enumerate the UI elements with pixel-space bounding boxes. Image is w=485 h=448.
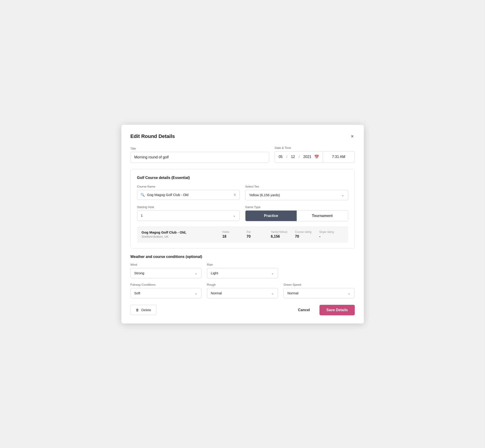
rain-value: Light — [211, 271, 218, 275]
time-input[interactable]: 7:31 AM — [323, 151, 355, 163]
course-info-row: Gog Magog Golf Club - Old, Shelford Bott… — [137, 226, 348, 243]
rain-chevron-icon: ⌄ — [271, 271, 274, 275]
course-rating-label: Course rating — [295, 230, 319, 233]
stat-slope-rating: Slope rating - — [319, 230, 343, 239]
modal-title: Edit Round Details — [130, 133, 175, 139]
stat-holes: Holes 18 — [222, 230, 246, 239]
starting-hole-dropdown[interactable]: 1 ⌄ — [137, 210, 240, 221]
hole-gametype-row: Starting Hole 1 ⌄ Game Type Practice Tou… — [137, 205, 348, 221]
rough-value: Normal — [211, 291, 222, 295]
par-value: 70 — [247, 234, 271, 239]
footer-row: 🗑 Delete Cancel Save Details — [130, 305, 355, 315]
course-bold-name: Gog Magog Golf Club - Old, — [142, 230, 222, 234]
game-type-group: Game Type Practice Tournament — [245, 205, 348, 221]
par-label: Par — [247, 230, 271, 233]
course-name-value: Gog Magog Golf Club - Old — [147, 193, 231, 197]
green-speed-group: Green Speed Normal ⌄ — [283, 283, 355, 298]
datetime-inputs: 05 / 12 / 2021 📅 7:31 AM — [275, 151, 355, 163]
select-tee-label: Select Tee — [245, 185, 348, 188]
course-name-input[interactable]: 🔍 Gog Magog Golf Club - Old ✕ — [137, 190, 240, 200]
stat-par: Par 70 — [247, 230, 271, 239]
date-sep2: / — [299, 155, 299, 159]
delete-label: Delete — [141, 308, 151, 312]
course-rating-value: 70 — [295, 234, 319, 239]
game-type-label: Game Type — [245, 205, 348, 209]
wind-label: Wind — [130, 263, 202, 266]
spacer — [283, 263, 355, 278]
course-name-label: Course Name — [137, 185, 240, 188]
course-name-group: Course Name 🔍 Gog Magog Golf Club - Old … — [137, 185, 240, 200]
fairway-label: Fairway Conditions — [130, 283, 202, 286]
golf-course-section: Golf Course details (Essential) Course N… — [130, 169, 355, 248]
title-group: Title — [130, 147, 269, 163]
course-info-name: Gog Magog Golf Club - Old, Shelford Bott… — [142, 230, 222, 238]
wind-group: Wind Strong ⌄ — [130, 263, 202, 278]
rough-group: Rough Normal ⌄ — [207, 283, 278, 298]
fairway-dropdown[interactable]: Soft ⌄ — [130, 288, 202, 298]
hole-chevron-icon: ⌄ — [233, 214, 236, 218]
practice-button[interactable]: Practice — [245, 211, 297, 221]
date-day: 12 — [291, 155, 295, 159]
date-input[interactable]: 05 / 12 / 2021 📅 — [275, 151, 323, 163]
starting-hole-value: 1 — [141, 214, 143, 217]
wind-dropdown[interactable]: Strong ⌄ — [130, 268, 202, 278]
starting-hole-group: Starting Hole 1 ⌄ — [137, 205, 240, 221]
rough-dropdown[interactable]: Normal ⌄ — [207, 288, 278, 298]
datetime-group: Date & Time 05 / 12 / 2021 📅 7:31 AM — [275, 146, 355, 163]
select-tee-group: Select Tee Yellow (6,156 yards) ⌄ — [245, 185, 348, 200]
fairway-group: Fairway Conditions Soft ⌄ — [130, 283, 202, 298]
rain-group: Rain Light ⌄ — [207, 263, 278, 278]
select-tee-dropdown[interactable]: Yellow (6,156 yards) ⌄ — [245, 190, 348, 200]
close-button[interactable]: × — [350, 133, 355, 140]
stat-yards: Yards(Yellow) 6,156 — [271, 230, 295, 239]
edit-round-modal: Edit Round Details × Title Date & Time 0… — [121, 125, 364, 323]
fairway-value: Soft — [134, 291, 140, 295]
footer-right: Cancel Save Details — [294, 305, 355, 315]
clear-course-icon[interactable]: ✕ — [233, 193, 236, 197]
modal-header: Edit Round Details × — [130, 133, 355, 140]
time-value: 7:31 AM — [332, 155, 345, 159]
select-tee-value: Yellow (6,156 yards) — [249, 193, 280, 197]
green-speed-chevron-icon: ⌄ — [348, 291, 351, 295]
wind-rain-row: Wind Strong ⌄ Rain Light ⌄ — [130, 263, 355, 278]
tournament-button[interactable]: Tournament — [297, 211, 348, 221]
holes-label: Holes — [222, 230, 246, 233]
top-row: Title Date & Time 05 / 12 / 2021 📅 7:31 … — [130, 146, 355, 163]
datetime-label: Date & Time — [275, 146, 355, 150]
green-speed-dropdown[interactable]: Normal ⌄ — [283, 288, 355, 298]
course-tee-row: Course Name 🔍 Gog Magog Golf Club - Old … — [137, 185, 348, 200]
course-location: Shelford Bottom, UK — [142, 235, 222, 238]
wind-chevron-icon: ⌄ — [195, 271, 198, 275]
delete-button[interactable]: 🗑 Delete — [130, 305, 156, 315]
rain-dropdown[interactable]: Light ⌄ — [207, 268, 278, 278]
slope-rating-value: - — [319, 234, 343, 239]
slope-rating-label: Slope rating — [319, 230, 343, 233]
save-button[interactable]: Save Details — [319, 305, 355, 315]
wind-value: Strong — [134, 271, 144, 275]
green-speed-value: Normal — [287, 291, 298, 295]
rough-label: Rough — [207, 283, 278, 286]
date-month: 05 — [278, 155, 283, 159]
course-stats: Holes 18 Par 70 Yards(Yellow) 6,156 Cour… — [222, 230, 343, 239]
rough-chevron-icon: ⌄ — [271, 291, 274, 295]
fairway-chevron-icon: ⌄ — [195, 291, 198, 295]
conditions-row: Fairway Conditions Soft ⌄ Rough Normal ⌄… — [130, 283, 355, 298]
search-icon: 🔍 — [140, 193, 145, 197]
cancel-button[interactable]: Cancel — [294, 305, 314, 315]
tee-chevron-icon: ⌄ — [341, 193, 344, 197]
title-input[interactable] — [130, 152, 269, 163]
golf-course-title: Golf Course details (Essential) — [137, 176, 348, 180]
trash-icon: 🗑 — [136, 308, 139, 312]
yards-value: 6,156 — [271, 234, 295, 239]
starting-hole-label: Starting Hole — [137, 205, 240, 209]
weather-section: Weather and course conditions (optional)… — [130, 255, 355, 298]
holes-value: 18 — [222, 234, 246, 239]
date-year: 2021 — [303, 155, 312, 159]
date-sep1: / — [286, 155, 287, 159]
green-speed-label: Green Speed — [283, 283, 355, 286]
title-label: Title — [130, 147, 269, 150]
yards-label: Yards(Yellow) — [271, 230, 295, 233]
game-type-toggle: Practice Tournament — [245, 210, 348, 221]
stat-course-rating: Course rating 70 — [295, 230, 319, 239]
weather-title: Weather and course conditions (optional) — [130, 255, 355, 259]
